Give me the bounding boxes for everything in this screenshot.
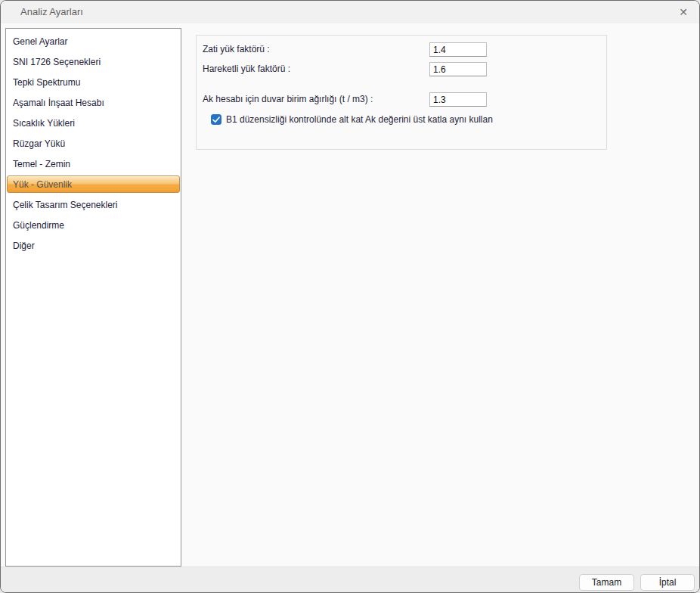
- sidebar-item-label: Temel - Zemin: [13, 159, 70, 169]
- sidebar-item-label: Genel Ayarlar: [13, 36, 68, 47]
- zati-yuk-faktoru-input[interactable]: [429, 42, 487, 57]
- hareketli-yuk-faktoru-input[interactable]: [429, 62, 487, 76]
- sidebar-item-sni-1726-secenekleri[interactable]: SNI 1726 Seçenekleri: [6, 51, 181, 72]
- sidebar-item-genel-ayarlar[interactable]: Genel Ayarlar: [6, 31, 181, 51]
- sidebar-item-label: Güçlendirme: [13, 220, 64, 231]
- sidebar-item-tepki-spektrumu[interactable]: Tepki Spektrumu: [6, 72, 181, 92]
- iptal-button[interactable]: İptal: [640, 574, 695, 591]
- sidebar-item-yuk-guvenlik[interactable]: Yük - Güvenlik: [6, 174, 181, 194]
- titlebar: Analiz Ayarları ✕: [1, 1, 699, 23]
- sidebar-item-label: Diğer: [13, 241, 35, 251]
- sidebar-item-label: Sıcaklık Yükleri: [13, 118, 75, 129]
- yuk-guvenlik-group-box: Zati yük faktörü : Hareketli yük faktörü…: [196, 35, 607, 150]
- sidebar-item-label: Çelik Tasarım Seçenekleri: [13, 200, 118, 210]
- sidebar-item-celik-tasarim-secenekleri[interactable]: Çelik Tasarım Seçenekleri: [6, 194, 181, 215]
- sidebar-item-diger[interactable]: Diğer: [6, 235, 181, 256]
- sidebar-item-ruzgar-yuku[interactable]: Rüzgar Yükü: [6, 133, 181, 154]
- b1-duzensizligi-checkbox-label: B1 düzensizliği kontrolünde alt kat Ak d…: [226, 113, 493, 126]
- sidebar-item-label: Tepki Spektrumu: [13, 77, 80, 88]
- sidebar-item-asamali-insaat-hesabi[interactable]: Aşamalı İnşaat Hesabı: [6, 92, 181, 113]
- b1-duzensizligi-checkbox[interactable]: [211, 114, 221, 125]
- sidebar-item-guclendirme[interactable]: Güçlendirme: [6, 215, 181, 235]
- sidebar-item-label: SNI 1726 Seçenekleri: [13, 57, 101, 67]
- window-title: Analiz Ayarları: [20, 1, 83, 23]
- close-button[interactable]: ✕: [671, 1, 696, 23]
- ak-duvar-birim-agirligi-input[interactable]: [429, 92, 487, 107]
- sidebar-item-temel-zemin[interactable]: Temel - Zemin: [6, 154, 181, 174]
- sidebar-item-label: Aşamalı İnşaat Hesabı: [13, 98, 104, 108]
- hareketli-yuk-faktoru-label: Hareketli yük faktörü :: [203, 62, 290, 76]
- checkmark-icon: [212, 116, 220, 123]
- sidebar-item-sicaklik-yukleri[interactable]: Sıcaklık Yükleri: [6, 113, 181, 133]
- sidebar-item-label: Rüzgar Yükü: [13, 138, 65, 149]
- settings-nav-list: Genel Ayarlar SNI 1726 Seçenekleri Tepki…: [5, 28, 181, 567]
- tamam-button[interactable]: Tamam: [579, 574, 634, 591]
- analiz-ayarlari-dialog: Analiz Ayarları ✕ Genel Ayarlar SNI 1726…: [0, 0, 700, 593]
- dialog-footer: Tamam İptal: [1, 567, 699, 593]
- ak-duvar-birim-agirligi-label: Ak hesabı için duvar birim ağırlığı (t /…: [203, 92, 373, 107]
- sidebar-item-label: Yük - Güvenlik: [13, 179, 72, 190]
- close-icon: ✕: [679, 6, 688, 18]
- zati-yuk-faktoru-label: Zati yük faktörü :: [203, 42, 270, 57]
